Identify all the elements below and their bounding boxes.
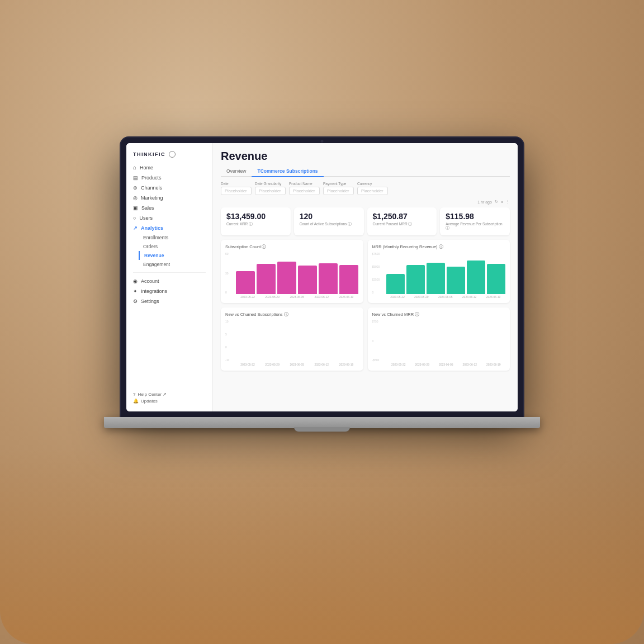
metric-paused-mrr: $1,250.87 Current Paused MRR ⓘ [367, 207, 437, 235]
metric-value: $1,250.87 [373, 212, 432, 221]
sidebar-item-home[interactable]: ⌂ Home [126, 162, 212, 173]
metric-current-mrr: $13,459.00 Current MRR ⓘ [221, 207, 291, 235]
bar [427, 263, 445, 294]
metric-avg-revenue: $115.98 Average Revenue Per Subscription… [440, 207, 510, 235]
date-granularity-input[interactable]: Placeholder [255, 187, 286, 195]
settings-icon: ⚙ [133, 299, 138, 304]
date-granularity-label: Date Granularity [255, 182, 286, 186]
x-label: 2023-05-29 [414, 295, 429, 299]
chart-title: New vs Churned MRR ⓘ [372, 312, 506, 318]
more-icon[interactable]: ⋮ [506, 200, 510, 204]
sidebar-item-label: Settings [141, 299, 159, 304]
metric-label: Current MRR ⓘ [226, 222, 285, 227]
sidebar-item-label: Analytics [141, 225, 163, 231]
chart-mrr: MRR (Monthly Recurring Revenue) ⓘ $7500$… [368, 240, 510, 303]
channels-icon: ⊕ [133, 185, 138, 191]
home-icon: ⌂ [133, 164, 136, 171]
product-name-filter: Product Name Placeholder [289, 182, 320, 195]
main-content: Revenue Overview TCommerce Subscriptions… [213, 143, 518, 411]
date-granularity-filter: Date Granularity Placeholder [255, 182, 286, 195]
charts-grid: Subscription Count ⓘ 60300 [221, 240, 510, 371]
refresh-icon[interactable]: ↻ [495, 200, 498, 204]
product-name-input[interactable]: Placeholder [289, 187, 320, 195]
x-label: 2023-05-29 [415, 363, 429, 366]
x-label: 2023-06-19 [339, 363, 354, 366]
search-icon[interactable] [169, 151, 176, 158]
x-label: 2023-05-22 [391, 363, 406, 366]
x-label: 2023-06-19 [486, 363, 501, 366]
sidebar-item-label: Marketing [141, 195, 163, 201]
marketing-icon: ◎ [133, 195, 138, 201]
main-nav: ⌂ Home ▤ Products ⊕ Channels ◎ [126, 162, 212, 269]
updates-link[interactable]: 🔔 Updates [133, 399, 206, 404]
metric-label: Average Revenue Per Subscription ⓘ [446, 222, 504, 231]
x-label: 2023-05-29 [265, 363, 280, 366]
sidebar-item-label: Users [139, 215, 153, 221]
x-label: 2023-06-05 [438, 295, 453, 299]
bar [386, 274, 405, 294]
x-label: 2023-06-12 [462, 295, 477, 299]
account-icon: ◉ [133, 278, 138, 284]
tab-overview[interactable]: Overview [221, 166, 252, 177]
x-labels: 2023-05-22 2023-05-29 2023-06-05 2023-06… [386, 295, 506, 299]
analytics-subnav: Enrollments Orders Revenue Engagement [139, 233, 212, 269]
chart-title: New vs Churned Subscriptions ⓘ [225, 312, 359, 318]
x-label: 2023-06-12 [315, 363, 329, 366]
x-label: 2023-06-12 [462, 363, 477, 366]
payment-type-input[interactable]: Placeholder [323, 187, 354, 195]
payment-type-label: Payment Type [323, 182, 354, 186]
sales-icon: ▣ [133, 205, 138, 211]
subnav-orders[interactable]: Orders [139, 242, 212, 251]
sidebar-item-marketing[interactable]: ◎ Marketing [126, 193, 212, 203]
date-filter-input[interactable]: Placeholder [221, 187, 252, 195]
sidebar-item-integrations[interactable]: ✦ Integrations [126, 286, 212, 296]
last-refresh-info: 1 hr ago ↻ ≡ ⋮ [221, 200, 510, 204]
chart-area: 60300 [225, 252, 359, 294]
help-center-link[interactable]: ? Help Center ↗ [133, 392, 206, 397]
date-filter-label: Date [221, 182, 252, 186]
x-label: 2023-05-22 [390, 295, 405, 299]
x-label: 2023-06-12 [315, 295, 329, 299]
thinkific-logo: THINKIFIC [133, 151, 165, 157]
help-icon: ? [133, 392, 135, 397]
subnav-enrollments[interactable]: Enrollments [139, 233, 212, 242]
bar [257, 264, 276, 294]
chart-area: $7500$5000$25000 [372, 252, 506, 294]
y-axis: 60300 [225, 252, 234, 294]
sidebar-item-channels[interactable]: ⊕ Channels [126, 183, 212, 193]
chart-title: MRR (Monthly Recurring Revenue) ⓘ [372, 244, 506, 250]
sidebar-item-account[interactable]: ◉ Account [126, 276, 212, 286]
chart-area: 1050-10 [225, 320, 359, 362]
sidebar-item-sales[interactable]: ▣ Sales [126, 203, 212, 213]
payment-type-filter: Payment Type Placeholder [323, 182, 354, 195]
product-name-label: Product Name [289, 182, 320, 186]
x-labels: 2023-05-22 2023-05-29 2023-06-05 2023-06… [387, 363, 506, 366]
metrics-row: $13,459.00 Current MRR ⓘ 120 Count of Ac… [221, 207, 510, 235]
bar [487, 264, 505, 294]
sidebar-item-users[interactable]: ○ Users [126, 213, 212, 223]
metric-value: $115.98 [446, 212, 504, 221]
sidebar-item-settings[interactable]: ⚙ Settings [126, 296, 212, 306]
users-icon: ○ [133, 215, 136, 221]
tab-tcommerce[interactable]: TCommerce Subscriptions [252, 166, 323, 177]
sidebar: THINKIFIC ⌂ Home ▤ Products [126, 143, 213, 411]
chart-subscription-count: Subscription Count ⓘ 60300 [221, 240, 363, 303]
sidebar-item-products[interactable]: ▤ Products [126, 173, 212, 183]
subnav-engagement[interactable]: Engagement [139, 260, 212, 269]
x-labels: 2023-05-22 2023-05-29 2023-06-05 2023-06… [235, 295, 359, 299]
bar [298, 266, 317, 294]
bar [339, 265, 358, 295]
date-filter: Date Placeholder [221, 182, 252, 195]
chart-new-vs-churned-mrr: New vs Churned MRR ⓘ $7500-$500 [368, 307, 510, 371]
y-axis: $7500-$500 [372, 320, 386, 362]
metric-active-subscriptions: 120 Count of Active Subscriptions ⓘ [294, 207, 364, 235]
currency-input[interactable]: Placeholder [357, 187, 388, 195]
filter-icon[interactable]: ≡ [501, 200, 503, 204]
subnav-revenue[interactable]: Revenue [139, 251, 212, 260]
x-label: 2023-05-29 [265, 295, 280, 299]
bell-icon: 🔔 [133, 399, 139, 404]
sidebar-item-analytics[interactable]: ↗ Analytics [126, 223, 212, 233]
x-label: 2023-06-05 [439, 363, 453, 366]
page-title: Revenue [221, 150, 510, 163]
sidebar-item-label: Sales [141, 205, 154, 211]
